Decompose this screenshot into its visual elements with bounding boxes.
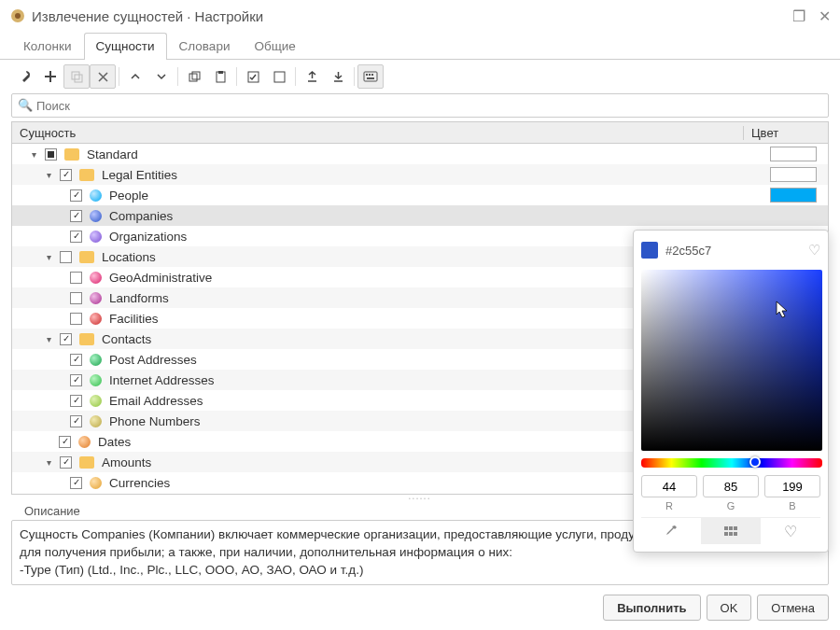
- svg-rect-11: [366, 74, 368, 76]
- row-companies[interactable]: Companies: [12, 205, 828, 226]
- color-swatch[interactable]: [770, 147, 817, 161]
- row-people[interactable]: People: [12, 185, 828, 205]
- row-label: Companies: [109, 209, 173, 223]
- eyedropper-icon[interactable]: [641, 518, 701, 544]
- toolbar: [0, 60, 840, 93]
- tab-entities[interactable]: Сущности: [84, 33, 167, 60]
- checkbox[interactable]: [70, 313, 82, 325]
- chevron-down-icon[interactable]: [148, 64, 175, 89]
- col-entity[interactable]: Сущность: [12, 126, 743, 140]
- row-legal-entities[interactable]: ▾ Legal Entities: [12, 164, 828, 185]
- picker-g-label: G: [703, 500, 759, 511]
- search-input[interactable]: [11, 93, 829, 118]
- picker-hue-thumb[interactable]: [749, 456, 761, 468]
- checkbox[interactable]: [60, 333, 72, 345]
- checkbox[interactable]: [70, 292, 82, 304]
- svg-rect-17: [734, 526, 737, 530]
- palette-icon[interactable]: [701, 518, 761, 544]
- row-label: Internet Addresses: [109, 373, 215, 387]
- row-label: Dates: [98, 435, 131, 449]
- check-all-icon[interactable]: [240, 64, 266, 89]
- picker-current-swatch: [641, 242, 658, 259]
- uncheck-all-icon[interactable]: [266, 64, 292, 89]
- svg-point-1: [15, 13, 21, 19]
- heart-icon[interactable]: ♡: [808, 242, 820, 259]
- checkbox[interactable]: [60, 456, 72, 469]
- search-icon: 🔍: [18, 98, 33, 112]
- delete-icon[interactable]: [90, 64, 116, 89]
- picker-hue-slider[interactable]: [641, 458, 822, 468]
- cancel-button[interactable]: Отмена: [757, 595, 829, 621]
- chevron-up-icon[interactable]: [122, 64, 148, 89]
- window-close-icon[interactable]: ✕: [819, 7, 831, 25]
- entity-icon: [78, 436, 91, 448]
- titlebar: Извлечение сущностей · Настройки ❐ ✕: [0, 0, 840, 32]
- disclosure-icon[interactable]: ▾: [29, 149, 39, 160]
- entity-icon: [90, 272, 102, 284]
- folder-icon: [79, 456, 94, 469]
- entity-icon: [90, 477, 102, 489]
- col-color[interactable]: Цвет: [743, 126, 813, 140]
- row-label: Facilities: [109, 312, 159, 326]
- disclosure-icon[interactable]: ▾: [44, 457, 54, 468]
- checkbox[interactable]: [70, 231, 82, 243]
- export-icon[interactable]: [299, 64, 325, 89]
- paste-icon[interactable]: [207, 64, 233, 89]
- plus-icon[interactable]: [37, 64, 63, 89]
- row-label: People: [109, 189, 148, 203]
- checkbox[interactable]: [60, 251, 72, 263]
- wrench-icon[interactable]: [11, 64, 37, 89]
- row-label: Landforms: [109, 291, 169, 305]
- row-label: Organizations: [109, 230, 187, 244]
- row-standard[interactable]: ▾ Standard: [12, 144, 828, 164]
- tab-general[interactable]: Общие: [242, 33, 307, 60]
- folder-icon: [79, 333, 94, 345]
- row-label: Currencies: [109, 476, 170, 490]
- dialog-footer: Выполнить OK Отмена: [0, 585, 840, 630]
- checkbox[interactable]: [60, 169, 72, 181]
- svg-rect-2: [72, 72, 79, 79]
- tab-columns[interactable]: Колонки: [11, 33, 84, 60]
- picker-sv-cursor[interactable]: [774, 300, 791, 320]
- color-swatch[interactable]: [770, 167, 817, 182]
- checkbox[interactable]: [70, 395, 82, 407]
- picker-g-input[interactable]: [703, 475, 759, 497]
- checkbox[interactable]: [45, 148, 57, 161]
- checkbox[interactable]: [70, 354, 82, 366]
- disclosure-icon[interactable]: ▾: [44, 252, 54, 262]
- row-label: Email Addresses: [109, 394, 203, 408]
- search-field[interactable]: 🔍: [11, 93, 829, 118]
- svg-rect-14: [367, 77, 374, 79]
- row-label: Standard: [87, 147, 138, 161]
- picker-sv-field[interactable]: [641, 270, 822, 451]
- checkbox[interactable]: [70, 477, 82, 489]
- checkbox[interactable]: [70, 210, 82, 222]
- checkbox[interactable]: [70, 189, 82, 202]
- checkbox[interactable]: [70, 374, 82, 386]
- tab-dictionaries[interactable]: Словари: [167, 33, 243, 60]
- ok-button[interactable]: OK: [707, 595, 752, 621]
- entity-icon: [90, 189, 102, 202]
- svg-rect-9: [274, 72, 285, 82]
- disclosure-icon[interactable]: ▾: [44, 170, 54, 180]
- picker-r-input[interactable]: [641, 475, 697, 497]
- keyboard-icon[interactable]: [357, 64, 384, 89]
- picker-b-input[interactable]: [764, 475, 820, 497]
- copy-multi-icon[interactable]: [181, 64, 207, 89]
- entity-icon: [90, 292, 102, 304]
- copy-icon: [63, 64, 90, 89]
- tabs: Колонки Сущности Словари Общие: [0, 32, 840, 60]
- picker-hex[interactable]: #2c55c7: [665, 244, 801, 258]
- color-picker[interactable]: #2c55c7 ♡ R G B ♡: [633, 230, 829, 553]
- window-maximize-icon[interactable]: ❐: [792, 7, 805, 25]
- disclosure-icon[interactable]: ▾: [44, 334, 54, 344]
- checkbox[interactable]: [70, 415, 82, 427]
- checkbox[interactable]: [59, 436, 71, 448]
- entity-icon: [90, 231, 102, 243]
- run-button[interactable]: Выполнить: [603, 595, 700, 621]
- svg-rect-12: [369, 74, 371, 76]
- import-icon[interactable]: [325, 64, 351, 89]
- color-swatch[interactable]: [770, 188, 817, 203]
- favorite-icon[interactable]: ♡: [761, 518, 820, 544]
- checkbox[interactable]: [70, 272, 82, 284]
